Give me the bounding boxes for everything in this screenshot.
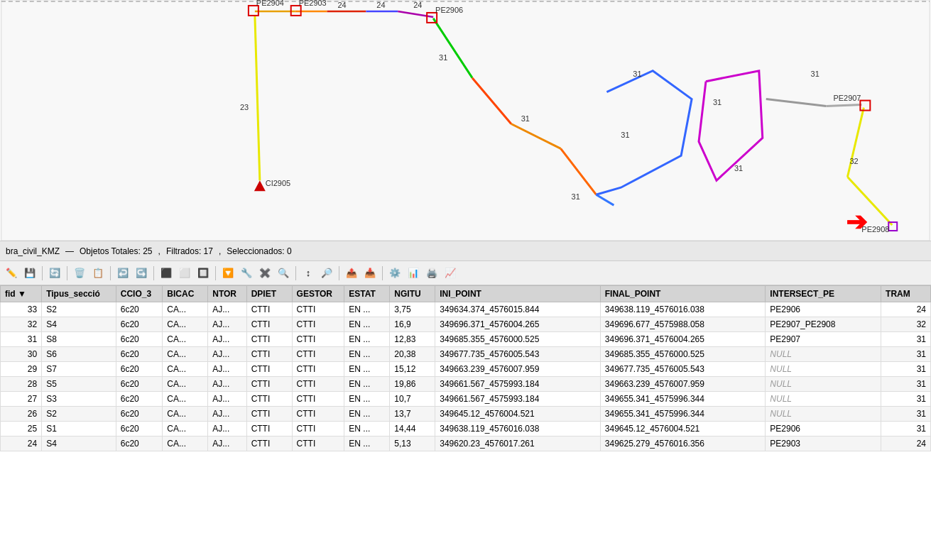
cell-ntor: AJ... xyxy=(208,407,246,422)
cell-bicac: CA... xyxy=(163,362,208,377)
cell-fid: 26 xyxy=(1,407,42,422)
svg-text:24: 24 xyxy=(413,1,422,9)
cell-tram: 31 xyxy=(881,332,931,347)
save-btn[interactable]: 💾 xyxy=(21,265,38,282)
cell-tipus: S7 xyxy=(42,362,116,377)
delete-btn[interactable]: 🗑️ xyxy=(71,265,88,282)
cell-ngitu: 20,38 xyxy=(390,347,435,362)
cell-final: 349696.677_4575988.058 xyxy=(600,317,766,332)
cell-bicac: CA... xyxy=(163,422,208,437)
edit-btn[interactable]: ✏️ xyxy=(3,265,20,282)
filter-edit-btn[interactable]: 🔧 xyxy=(238,265,255,282)
cell-estat: EN ... xyxy=(344,302,390,317)
cell-final: 349696.371_4576004.265 xyxy=(600,332,766,347)
cell-ini: 349696.371_4576004.265 xyxy=(435,317,601,332)
cell-ngitu: 3,75 xyxy=(390,302,435,317)
undo-btn[interactable]: ↩️ xyxy=(114,265,131,282)
col-header-ntor[interactable]: NTOR xyxy=(208,286,246,302)
import-btn[interactable]: 📥 xyxy=(361,265,379,282)
refresh-btn[interactable]: 🔄 xyxy=(46,265,63,282)
table-panel: bra_civil_KMZ — Objetos Totales: 25 , Fi… xyxy=(0,241,931,560)
cell-fid: 25 xyxy=(1,422,42,437)
settings-btn[interactable]: ⚙️ xyxy=(386,265,403,282)
cell-ccio: 6c20 xyxy=(116,392,163,407)
cell-dpiet: CTTI xyxy=(246,332,292,347)
svg-text:PE2907: PE2907 xyxy=(833,94,861,102)
chart-btn[interactable]: 📈 xyxy=(442,265,459,282)
col-header-tipus[interactable]: Tipus_secció xyxy=(42,286,116,302)
deselect-btn[interactable]: ⬜ xyxy=(176,265,193,282)
col-header-bicac[interactable]: BICAC xyxy=(163,286,208,302)
cell-estat: EN ... xyxy=(344,332,390,347)
col-header-final[interactable]: FINAL_POINT xyxy=(600,286,766,302)
cell-ccio: 6c20 xyxy=(116,377,163,392)
cell-ccio: 6c20 xyxy=(116,302,163,317)
col-header-estat[interactable]: ESTAT xyxy=(344,286,390,302)
copy-btn[interactable]: 📋 xyxy=(89,265,107,282)
table-row[interactable]: 27 S3 6c20 CA... AJ... CTTI CTTI EN ... … xyxy=(1,392,931,407)
col-header-ini[interactable]: INI_POINT xyxy=(435,286,601,302)
cell-ccio: 6c20 xyxy=(116,437,163,451)
cell-tram: 24 xyxy=(881,302,931,317)
table-row[interactable]: 31 S8 6c20 CA... AJ... CTTI CTTI EN ... … xyxy=(1,332,931,347)
export-btn[interactable]: 📤 xyxy=(343,265,360,282)
svg-text:31: 31 xyxy=(521,114,530,123)
col-header-tram[interactable]: TRAM xyxy=(881,286,931,302)
cell-dpiet: CTTI xyxy=(246,302,292,317)
invert-btn[interactable]: 🔲 xyxy=(195,265,212,282)
search-btn[interactable]: 🔎 xyxy=(318,265,335,282)
filter-btn[interactable]: 🔽 xyxy=(219,265,236,282)
cell-ngitu: 19,86 xyxy=(390,377,435,392)
cell-ntor: AJ... xyxy=(208,362,246,377)
cell-intersect: NULL xyxy=(766,362,881,377)
move-btn[interactable]: ↕️ xyxy=(300,265,317,282)
cell-final: 349625.279_4576016.356 xyxy=(600,437,766,451)
col-header-ngitu[interactable]: NGITU xyxy=(390,286,435,302)
cell-estat: EN ... xyxy=(344,347,390,362)
total-objects: Objetos Totales: 25 xyxy=(80,246,153,256)
cell-ini: 349677.735_4576005.543 xyxy=(435,347,601,362)
table-row[interactable]: 29 S7 6c20 CA... AJ... CTTI CTTI EN ... … xyxy=(1,362,931,377)
filter-clear-btn[interactable]: ✖️ xyxy=(256,265,273,282)
col-header-dpiet[interactable]: DPIET xyxy=(246,286,292,302)
cell-fid: 33 xyxy=(1,302,42,317)
cell-gestor: CTTI xyxy=(292,392,344,407)
svg-text:31: 31 xyxy=(439,53,447,62)
svg-text:CI2905: CI2905 xyxy=(266,179,290,187)
cell-gestor: CTTI xyxy=(292,347,344,362)
col-header-gestor[interactable]: GESTOR xyxy=(292,286,344,302)
table-row[interactable]: 32 S4 6c20 CA... AJ... CTTI CTTI EN ... … xyxy=(1,317,931,332)
cell-ngitu: 10,7 xyxy=(390,392,435,407)
data-table: fid ▼ Tipus_secció CCIO_3 BICAC NTOR DPI… xyxy=(0,285,931,451)
table-row[interactable]: 33 S2 6c20 CA... AJ... CTTI CTTI EN ... … xyxy=(1,302,931,317)
cell-ntor: AJ... xyxy=(208,317,246,332)
data-table-wrapper[interactable]: fid ▼ Tipus_secció CCIO_3 BICAC NTOR DPI… xyxy=(0,285,931,560)
cell-dpiet: CTTI xyxy=(246,437,292,451)
cell-gestor: CTTI xyxy=(292,437,344,451)
cell-bicac: CA... xyxy=(163,392,208,407)
table-btn[interactable]: 📊 xyxy=(405,265,422,282)
table-row[interactable]: 28 S5 6c20 CA... AJ... CTTI CTTI EN ... … xyxy=(1,377,931,392)
print-btn[interactable]: 🖨️ xyxy=(423,265,440,282)
select-all-btn[interactable]: ⬛ xyxy=(158,265,175,282)
svg-rect-0 xyxy=(1,0,930,241)
col-header-ccio[interactable]: CCIO_3 xyxy=(116,286,163,302)
cell-ngitu: 16,9 xyxy=(390,317,435,332)
map-canvas: PE2904 PE2903 PE2906 CI2905 PE2907 PE290… xyxy=(0,0,931,241)
cell-fid: 27 xyxy=(1,392,42,407)
cell-ccio: 6c20 xyxy=(116,362,163,377)
table-row[interactable]: 26 S2 6c20 CA... AJ... CTTI CTTI EN ... … xyxy=(1,407,931,422)
redo-btn[interactable]: ↪️ xyxy=(133,265,150,282)
cell-ini: 349685.355_4576000.525 xyxy=(435,332,601,347)
cell-ini: 349661.567_4575993.184 xyxy=(435,392,601,407)
svg-text:31: 31 xyxy=(734,164,743,172)
cell-intersect: PE2903 xyxy=(766,437,881,451)
col-header-intersect[interactable]: INTERSECT_PE xyxy=(766,286,881,302)
table-row[interactable]: 25 S1 6c20 CA... AJ... CTTI CTTI EN ... … xyxy=(1,422,931,437)
layer-name: bra_civil_KMZ xyxy=(6,246,60,256)
zoom-btn[interactable]: 🔍 xyxy=(275,265,292,282)
col-header-fid[interactable]: fid ▼ xyxy=(1,286,42,302)
table-row[interactable]: 24 S4 6c20 CA... AJ... CTTI CTTI EN ... … xyxy=(1,437,931,451)
cell-tram: 31 xyxy=(881,392,931,407)
table-row[interactable]: 30 S6 6c20 CA... AJ... CTTI CTTI EN ... … xyxy=(1,347,931,362)
